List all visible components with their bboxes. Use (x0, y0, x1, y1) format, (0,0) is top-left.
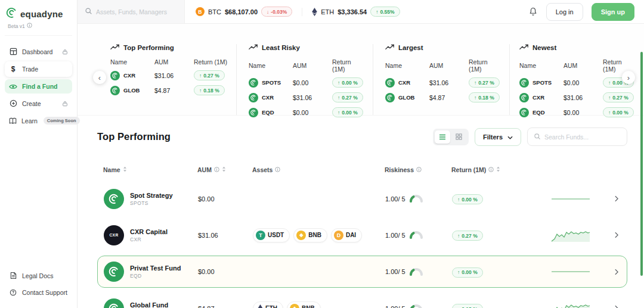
highlight-column-header: Return (1M) (469, 58, 501, 73)
arrow-up-icon: ↑ (338, 80, 340, 86)
info-icon[interactable] (416, 166, 422, 173)
sidebar: equadyne Beta v1 Dashboard $ Trade Find … (0, 0, 78, 308)
info-icon[interactable] (214, 166, 219, 173)
sidebar-item-create[interactable]: Create (5, 96, 72, 111)
notifications-bell-icon[interactable] (528, 7, 538, 17)
arrow-up-icon: ↑ (457, 233, 460, 239)
fund-row-cxr[interactable]: CXR CXR Capital CXR $31.06 TUSDT◆BNBDDAI… (97, 217, 627, 253)
fund-search[interactable] (527, 127, 627, 146)
arrow-up-icon: ↑ (474, 80, 476, 86)
carousel-prev-button[interactable]: ‹ (93, 71, 106, 84)
highlight-fund-cxr[interactable]: CXR (385, 78, 429, 88)
change-pill: ↑0.18 % (452, 304, 483, 308)
login-button[interactable]: Log in (546, 3, 583, 21)
highlight-column-header: Return (1M) (194, 58, 228, 66)
column-header-aum[interactable]: AUM (197, 166, 252, 173)
usdt-icon: T (256, 231, 265, 240)
fund-search-input[interactable] (544, 133, 623, 141)
info-icon[interactable] (488, 166, 494, 173)
signup-button[interactable]: Sign up (592, 3, 634, 21)
highlight-fund-spots[interactable]: SPOTS (519, 78, 564, 88)
sort-icon[interactable] (123, 166, 127, 173)
fund-identity: Global Fund GLOB (104, 298, 198, 308)
sidebar-item-find-a-fund[interactable]: Find a Fund (5, 79, 72, 94)
eth-icon (258, 304, 263, 308)
row-chevron-right-icon[interactable] (612, 266, 621, 278)
change-pill: ↑0.27 % (469, 77, 500, 88)
info-icon[interactable] (275, 166, 280, 173)
header-actions: Log in Sign up (528, 3, 644, 21)
lock-icon (62, 101, 68, 107)
highlight-aum: $31.06 (293, 94, 332, 101)
sidebar-item-label: Legal Docs (22, 272, 54, 279)
arrow-up-icon: ↑ (608, 80, 611, 86)
highlight-return: ↑0.27 % (332, 92, 364, 102)
arrow-up-icon: ↑ (457, 269, 460, 275)
carousel-next-button[interactable]: › (622, 71, 635, 84)
app-window: equadyne Beta v1 Dashboard $ Trade Find … (0, 0, 644, 308)
fund-aum: $31.06 (198, 232, 253, 239)
list-view-icon (439, 132, 446, 142)
sparkline-chart (550, 228, 592, 243)
fund-row-eqd[interactable]: Privat Test Fund EQD $0.00 1.00/ 5 ↑0.00… (97, 256, 627, 288)
filters-button[interactable]: Filters (475, 128, 521, 146)
highlight-table: NameAUMReturn (1M) CXR $31.06 ↑0.27 % GL… (385, 58, 501, 102)
highlight-fund-cxr[interactable]: CXR (249, 93, 293, 102)
coming-soon-badge: Coming Soon (44, 117, 80, 125)
ticker-btc: B BTC $68,107.00 ↓-0.03% (196, 7, 292, 17)
trend-icon (249, 44, 258, 51)
arrow-down-icon: ↓ (267, 9, 269, 15)
arrow-up-icon: ↑ (199, 73, 202, 79)
column-header-name[interactable]: Name (103, 166, 197, 173)
highlight-fund-glob[interactable]: GLOB (385, 93, 429, 102)
arrow-up-icon: ↑ (338, 95, 340, 101)
highlight-fund-eqd[interactable]: EQD (249, 108, 293, 117)
row-chevron-right-icon[interactable] (612, 303, 621, 308)
fund-riskiness: 1.00/ 5 (385, 231, 452, 239)
highlight-return: ↑0.18 % (469, 92, 501, 102)
column-header-riskiness[interactable]: Riskiness (385, 166, 451, 173)
brand-block: equadyne Beta v1 (5, 6, 72, 36)
highlight-return: ↑0.27 % (194, 70, 228, 80)
column-header-return[interactable]: Return (1M) (451, 166, 536, 173)
highlight-aum: $0.00 (564, 109, 603, 116)
highlight-column-least-risky: Least Risky NameAUMReturn (1M) SPOTS $0.… (236, 44, 373, 115)
global-search[interactable] (78, 0, 185, 23)
grid-view-button[interactable] (451, 130, 467, 144)
filters-label: Filters (483, 133, 503, 141)
funds-controls: Filters (433, 127, 627, 146)
trend-icon (385, 44, 394, 51)
asset-badge-bnb: ◆BNB (287, 301, 321, 308)
highlight-fund-eqd[interactable]: EQD (519, 108, 564, 117)
fund-row-spots[interactable]: Spot Strategy SPOTS $0.00 1.00/ 5 ↑0.00 … (97, 181, 627, 217)
highlight-title: Newest (519, 44, 628, 51)
list-view-button[interactable] (435, 130, 450, 144)
sort-icon[interactable] (222, 166, 226, 173)
main-content: ‹ › Top Performing NameAUMReturn (1M) CX… (78, 24, 644, 308)
row-chevron-right-icon[interactable] (612, 229, 621, 241)
sidebar-item-dashboard[interactable]: Dashboard (5, 44, 72, 59)
global-search-input[interactable] (96, 8, 172, 15)
sort-icon[interactable] (496, 166, 500, 173)
highlight-fund-cxr[interactable]: CXR (519, 93, 564, 102)
change-pill: ↑0.18 % (469, 92, 500, 102)
column-header-assets[interactable]: Assets (252, 166, 385, 173)
ticker-price: $3,336.54 (338, 8, 367, 15)
sidebar-item-learn[interactable]: Learn Coming Soon (5, 113, 72, 128)
asset-badge-usdt: TUSDT (253, 228, 290, 242)
sidebar-item-contact-support[interactable]: Contact Support (5, 287, 72, 298)
change-pill: ↑0.18 % (194, 85, 225, 95)
eth-icon (312, 8, 317, 16)
brand[interactable]: equadyne (6, 7, 71, 21)
fund-name: Global Fund (130, 301, 168, 308)
vertical-scrollbar[interactable] (640, 52, 643, 276)
highlight-fund-glob[interactable]: GLOB (110, 86, 154, 95)
search-icon (85, 7, 92, 17)
fund-row-glob[interactable]: Global Fund GLOB $4.87 ETH◆BNB 1.00/ 5 ↑… (97, 290, 627, 308)
highlight-fund-cxr[interactable]: CXR (110, 71, 154, 80)
highlight-fund-spots[interactable]: SPOTS (249, 78, 293, 88)
row-chevron-right-icon[interactable] (612, 193, 621, 204)
sidebar-item-trade[interactable]: $ Trade (5, 61, 72, 77)
sidebar-item-legal-docs[interactable]: Legal Docs (5, 269, 72, 282)
risk-gauge-icon (410, 304, 423, 308)
